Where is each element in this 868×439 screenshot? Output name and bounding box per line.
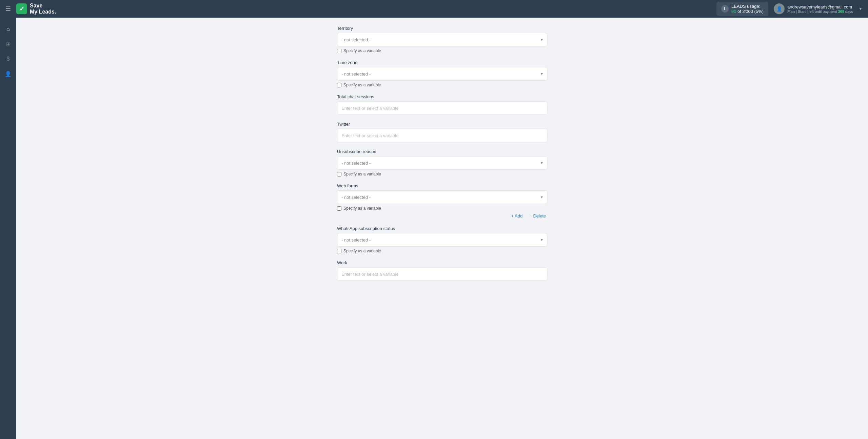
top-navigation: ☰ ✓ Save My Leads. ℹ LEADS usage: 90 of … (0, 0, 868, 18)
specify-variable-label-territory: Specify as a variable (343, 48, 381, 53)
sidebar-item-account[interactable]: 👤 (2, 68, 14, 80)
label-whatsapp_subscription_status: WhatsApp subscription status (337, 226, 547, 231)
logo-icon: ✓ (16, 3, 27, 14)
label-total_chat_sessions: Total chat sessions (337, 94, 547, 99)
logo-text: Save My Leads. (30, 3, 56, 15)
sidebar-item-billing[interactable]: $ (2, 53, 14, 65)
input-work[interactable] (337, 267, 547, 281)
chevron-down-icon: ▾ (541, 195, 543, 200)
app-logo: ✓ Save My Leads. (16, 3, 56, 15)
dropdown-web_forms[interactable]: - not selected -▾ (337, 190, 547, 204)
specify-variable-checkbox-web_forms[interactable] (337, 206, 341, 211)
specify-variable-label-time_zone: Specify as a variable (343, 83, 381, 87)
field-group-total_chat_sessions: Total chat sessions (337, 94, 547, 115)
input-twitter[interactable] (337, 129, 547, 142)
specify-variable-label-unsubscribe_reason: Specify as a variable (343, 172, 381, 176)
info-icon: ℹ (721, 5, 729, 13)
dropdown-value-territory: - not selected - (341, 37, 371, 42)
specify-variable-label-web_forms: Specify as a variable (343, 206, 381, 211)
field-group-work: Work (337, 260, 547, 281)
main-layout: ⌂ ⊞ $ 👤 Territory- not selected -▾Specif… (0, 18, 868, 439)
specify-variable-checkbox-territory[interactable] (337, 49, 341, 53)
sidebar-item-flows[interactable]: ⊞ (2, 38, 14, 50)
specify-variable-checkbox-time_zone[interactable] (337, 83, 341, 87)
label-time_zone: Time zone (337, 60, 547, 65)
menu-icon[interactable]: ☰ (5, 5, 11, 13)
user-details: andrewsavemyleads@gmail.com Plan | Start… (787, 4, 853, 14)
label-territory: Territory (337, 26, 547, 31)
field-group-time_zone: Time zone- not selected -▾Specify as a v… (337, 60, 547, 87)
specify-variable-row-web_forms: Specify as a variable (337, 206, 547, 211)
form-section: Territory- not selected -▾Specify as a v… (337, 26, 547, 281)
add-button-web_forms[interactable]: + Add (510, 213, 524, 219)
label-twitter: Twitter (337, 122, 547, 127)
user-info[interactable]: 👤 andrewsavemyleads@gmail.com Plan | Sta… (774, 3, 863, 14)
chevron-down-icon: ▾ (541, 71, 543, 76)
dropdown-value-time_zone: - not selected - (341, 71, 371, 77)
leads-usage-widget: ℹ LEADS usage: 90 of 2'000 (5%) (716, 2, 768, 16)
dropdown-value-web_forms: - not selected - (341, 195, 371, 200)
chevron-down-icon: ▾ (541, 161, 543, 165)
specify-variable-row-territory: Specify as a variable (337, 48, 547, 53)
field-group-twitter: Twitter (337, 122, 547, 142)
dropdown-value-whatsapp_subscription_status: - not selected - (341, 237, 371, 243)
dropdown-value-unsubscribe_reason: - not selected - (341, 161, 371, 166)
user-plan-text: Plan | Start | left until payment 369 da… (787, 9, 853, 14)
dropdown-unsubscribe_reason[interactable]: - not selected -▾ (337, 156, 547, 170)
main-content: Territory- not selected -▾Specify as a v… (16, 18, 868, 439)
label-work: Work (337, 260, 547, 265)
specify-variable-checkbox-unsubscribe_reason[interactable] (337, 172, 341, 176)
specify-variable-row-whatsapp_subscription_status: Specify as a variable (337, 249, 547, 253)
sidebar-item-home[interactable]: ⌂ (2, 23, 14, 35)
specify-variable-row-time_zone: Specify as a variable (337, 83, 547, 87)
specify-variable-row-unsubscribe_reason: Specify as a variable (337, 172, 547, 176)
input-total_chat_sessions[interactable] (337, 101, 547, 115)
dropdown-territory[interactable]: - not selected -▾ (337, 33, 547, 46)
dropdown-time_zone[interactable]: - not selected -▾ (337, 67, 547, 81)
usage-text: LEADS usage: 90 of 2'000 (5%) (731, 4, 764, 14)
specify-variable-label-whatsapp_subscription_status: Specify as a variable (343, 249, 381, 253)
dropdown-whatsapp_subscription_status[interactable]: - not selected -▾ (337, 233, 547, 247)
field-group-unsubscribe_reason: Unsubscribe reason- not selected -▾Speci… (337, 149, 547, 176)
action-row-web_forms: + Add− Delete (337, 213, 547, 219)
label-unsubscribe_reason: Unsubscribe reason (337, 149, 547, 154)
delete-button-web_forms[interactable]: − Delete (528, 213, 547, 219)
field-group-web_forms: Web forms- not selected -▾Specify as a v… (337, 183, 547, 219)
label-web_forms: Web forms (337, 183, 547, 188)
field-group-whatsapp_subscription_status: WhatsApp subscription status- not select… (337, 226, 547, 253)
specify-variable-checkbox-whatsapp_subscription_status[interactable] (337, 249, 341, 253)
chevron-down-icon: ▾ (541, 37, 543, 42)
sidebar: ⌂ ⊞ $ 👤 (0, 18, 16, 439)
field-group-territory: Territory- not selected -▾Specify as a v… (337, 26, 547, 53)
user-menu-chevron: ▼ (859, 6, 863, 11)
user-avatar: 👤 (774, 3, 785, 14)
chevron-down-icon: ▾ (541, 237, 543, 242)
